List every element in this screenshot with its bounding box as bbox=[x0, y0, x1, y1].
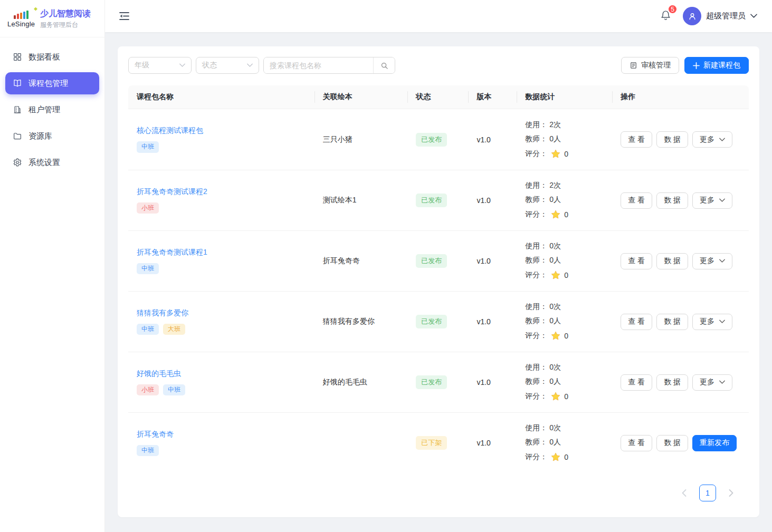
create-package-button[interactable]: 新建课程包 bbox=[684, 57, 749, 74]
status-filter-select[interactable]: 状态 bbox=[196, 57, 259, 74]
statistics: 使用：0次 教师：0人 评分： 0 bbox=[525, 423, 604, 462]
sidebar-item-dashboard[interactable]: 数据看板 bbox=[5, 46, 99, 68]
prev-page-button[interactable] bbox=[676, 485, 692, 501]
chevron-down-icon bbox=[719, 259, 725, 263]
data-button-label: 数 据 bbox=[664, 256, 681, 266]
data-button[interactable]: 数 据 bbox=[656, 253, 688, 269]
view-button[interactable]: 查 看 bbox=[621, 131, 652, 148]
star-icon bbox=[550, 391, 561, 402]
data-button[interactable]: 数 据 bbox=[656, 314, 688, 330]
data-button[interactable]: 数 据 bbox=[656, 435, 688, 451]
rating-value: 0 bbox=[564, 453, 568, 461]
gear-icon bbox=[13, 158, 22, 167]
teachers-value: 0人 bbox=[549, 134, 561, 144]
view-button[interactable]: 查 看 bbox=[621, 253, 652, 269]
book-name: 折耳兔奇奇 bbox=[314, 256, 407, 266]
version: v1.0 bbox=[468, 136, 517, 144]
package-name-link[interactable]: 折耳兔奇奇测试课程1 bbox=[137, 248, 207, 257]
create-button-label: 新建课程包 bbox=[703, 61, 740, 70]
status-badge: 已发布 bbox=[416, 133, 447, 147]
package-name-link[interactable]: 猜猜我有多爱你 bbox=[137, 308, 188, 318]
sidebar-item-course-packages[interactable]: 课程包管理 bbox=[5, 72, 99, 94]
page-number-1[interactable]: 1 bbox=[699, 485, 716, 501]
chevron-down-icon bbox=[247, 63, 253, 67]
rating-label: 评分： bbox=[525, 392, 547, 401]
rating-value: 0 bbox=[564, 332, 568, 340]
table-row: 核心流程测试课程包 中班 三只小猪 已发布 v1.0 使用：2次 教师：0人 评… bbox=[128, 109, 749, 170]
column-header-version: 版本 bbox=[468, 85, 517, 109]
sidebar-item-resources[interactable]: 资源库 bbox=[5, 125, 99, 147]
rating-label: 评分： bbox=[525, 149, 547, 159]
rating-label: 评分： bbox=[525, 210, 547, 219]
grade-tag: 中班 bbox=[137, 263, 159, 275]
audit-icon bbox=[630, 61, 637, 70]
grade-filter-select[interactable]: 年级 bbox=[128, 57, 192, 74]
more-button[interactable]: 更多 bbox=[692, 192, 732, 209]
package-name-link[interactable]: 核心流程测试课程包 bbox=[137, 126, 203, 136]
view-button[interactable]: 查 看 bbox=[621, 374, 652, 391]
view-button[interactable]: 查 看 bbox=[621, 435, 652, 451]
view-button[interactable]: 查 看 bbox=[621, 192, 652, 209]
teachers-label: 教师： bbox=[525, 134, 547, 144]
data-button[interactable]: 数 据 bbox=[656, 131, 688, 148]
chevron-down-icon bbox=[750, 14, 757, 18]
sidebar-item-tenants[interactable]: 租户管理 bbox=[5, 99, 99, 121]
package-name-link[interactable]: 好饿的毛毛虫 bbox=[137, 369, 181, 379]
view-button-label: 查 看 bbox=[628, 135, 645, 144]
view-button-label: 查 看 bbox=[628, 256, 645, 266]
grade-tags: 小班中班 bbox=[137, 384, 306, 396]
grade-tag: 小班 bbox=[137, 384, 159, 396]
package-name-link[interactable]: 折耳兔奇奇测试课程2 bbox=[137, 187, 207, 197]
sidebar-nav: 数据看板 课程包管理 租户管理 资源库 系统设置 bbox=[0, 37, 104, 182]
more-button[interactable]: 更多 bbox=[692, 253, 732, 269]
chevron-down-icon bbox=[719, 320, 725, 324]
more-button[interactable]: 更多 bbox=[692, 131, 732, 148]
sidebar-item-settings[interactable]: 系统设置 bbox=[5, 151, 99, 173]
notifications-button[interactable]: 5 bbox=[658, 7, 673, 25]
filter-toolbar: 年级 状态 审核管理 bbox=[128, 57, 749, 74]
republish-button[interactable]: 重新发布 bbox=[692, 435, 737, 451]
view-button-label: 查 看 bbox=[628, 378, 645, 387]
menu-fold-icon bbox=[119, 12, 129, 21]
next-page-button[interactable] bbox=[723, 485, 739, 501]
more-button[interactable]: 更多 bbox=[692, 314, 732, 330]
teachers-label: 教师： bbox=[525, 377, 547, 386]
more-button[interactable]: 更多 bbox=[692, 374, 732, 391]
column-header-statistics: 数据统计 bbox=[517, 85, 612, 109]
user-menu[interactable]: 超级管理员 bbox=[683, 7, 757, 25]
teachers-value: 0人 bbox=[549, 377, 561, 386]
building-icon bbox=[13, 105, 22, 114]
more-button-label: 更多 bbox=[700, 135, 714, 144]
status-badge: 已发布 bbox=[416, 254, 447, 268]
chevron-down-icon bbox=[179, 63, 185, 67]
statistics: 使用：2次 教师：0人 评分： 0 bbox=[525, 120, 604, 159]
data-button-label: 数 据 bbox=[664, 135, 681, 144]
column-header-linked-book: 关联绘本 bbox=[314, 85, 407, 109]
more-button-label: 更多 bbox=[700, 196, 714, 205]
data-button-label: 数 据 bbox=[664, 196, 681, 205]
book-name: 好饿的毛毛虫 bbox=[314, 378, 407, 387]
review-management-button[interactable]: 审核管理 bbox=[621, 57, 679, 74]
grade-tags: 小班 bbox=[137, 202, 306, 214]
teachers-label: 教师： bbox=[525, 195, 547, 205]
data-button-label: 数 据 bbox=[664, 438, 681, 448]
view-button[interactable]: 查 看 bbox=[621, 314, 652, 330]
version: v1.0 bbox=[468, 257, 517, 265]
page-content: 年级 状态 审核管理 bbox=[105, 32, 772, 532]
rating-value: 0 bbox=[564, 271, 568, 279]
table-row: 折耳兔奇奇测试课程1 中班 折耳兔奇奇 已发布 v1.0 使用：0次 教师：0人… bbox=[128, 230, 749, 291]
app-title: 少儿智慧阅读 bbox=[40, 8, 91, 20]
pagination: 1 bbox=[128, 485, 749, 501]
data-button[interactable]: 数 据 bbox=[656, 374, 688, 391]
grade-tags: 中班 bbox=[137, 263, 306, 275]
course-package-table: 课程包名称 关联绘本 状态 版本 数据统计 操作 核心流程测试课程包 中班 三只… bbox=[128, 85, 749, 473]
search-button[interactable] bbox=[373, 57, 395, 73]
star-icon bbox=[550, 270, 561, 280]
chevron-down-icon bbox=[719, 138, 725, 142]
usage-value: 0次 bbox=[549, 423, 561, 433]
data-button[interactable]: 数 据 bbox=[656, 192, 688, 209]
package-name-link[interactable]: 折耳兔奇奇 bbox=[137, 430, 174, 439]
sidebar-collapse-button[interactable] bbox=[117, 9, 131, 24]
search-input[interactable] bbox=[264, 57, 373, 73]
app-subtitle: 服务管理后台 bbox=[40, 21, 91, 29]
